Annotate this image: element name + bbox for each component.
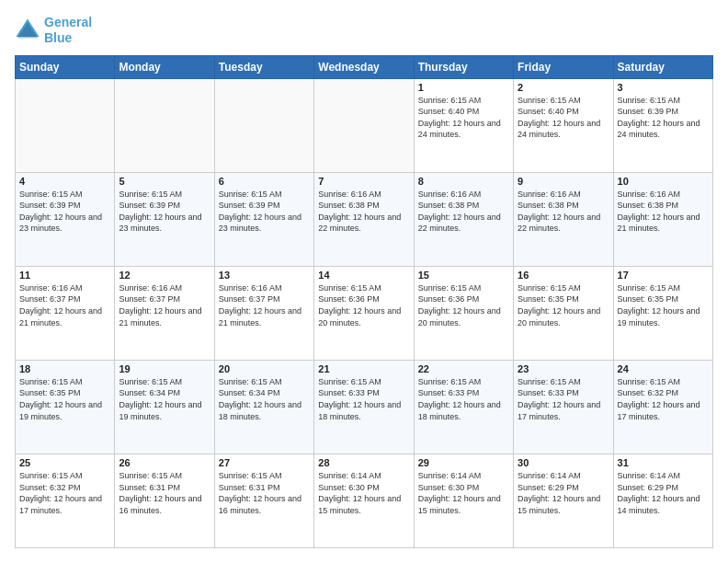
- day-number: 15: [418, 270, 509, 281]
- day-cell: [16, 78, 115, 172]
- calendar-table: SundayMondayTuesdayWednesdayThursdayFrid…: [15, 55, 713, 548]
- day-number: 10: [618, 176, 709, 187]
- day-cell: 21Sunrise: 6:15 AM Sunset: 6:33 PM Dayli…: [314, 360, 414, 454]
- day-info: Sunrise: 6:15 AM Sunset: 6:39 PM Dayligh…: [119, 189, 210, 235]
- day-number: 1: [418, 82, 509, 93]
- logo: General Blue: [15, 15, 92, 46]
- day-info: Sunrise: 6:15 AM Sunset: 6:31 PM Dayligh…: [219, 470, 310, 516]
- day-number: 9: [518, 176, 609, 187]
- weekday-monday: Monday: [115, 55, 214, 78]
- day-info: Sunrise: 6:15 AM Sunset: 6:39 PM Dayligh…: [219, 189, 310, 235]
- day-cell: 15Sunrise: 6:15 AM Sunset: 6:36 PM Dayli…: [414, 266, 513, 360]
- day-cell: 4Sunrise: 6:15 AM Sunset: 6:39 PM Daylig…: [16, 172, 115, 266]
- day-cell: 5Sunrise: 6:15 AM Sunset: 6:39 PM Daylig…: [115, 172, 214, 266]
- day-info: Sunrise: 6:16 AM Sunset: 6:38 PM Dayligh…: [318, 189, 409, 235]
- day-number: 3: [618, 82, 709, 93]
- day-cell: 8Sunrise: 6:16 AM Sunset: 6:38 PM Daylig…: [414, 172, 513, 266]
- day-cell: 11Sunrise: 6:16 AM Sunset: 6:37 PM Dayli…: [16, 266, 115, 360]
- day-cell: [214, 78, 313, 172]
- day-cell: 17Sunrise: 6:15 AM Sunset: 6:35 PM Dayli…: [613, 266, 712, 360]
- day-number: 5: [119, 176, 210, 187]
- logo-text: General Blue: [44, 15, 92, 46]
- day-info: Sunrise: 6:15 AM Sunset: 6:35 PM Dayligh…: [518, 282, 609, 328]
- day-info: Sunrise: 6:15 AM Sunset: 6:32 PM Dayligh…: [19, 470, 110, 516]
- day-cell: 30Sunrise: 6:14 AM Sunset: 6:29 PM Dayli…: [514, 454, 613, 547]
- week-row-5: 25Sunrise: 6:15 AM Sunset: 6:32 PM Dayli…: [16, 454, 713, 547]
- day-number: 6: [219, 176, 310, 187]
- weekday-sunday: Sunday: [16, 55, 115, 78]
- day-info: Sunrise: 6:16 AM Sunset: 6:38 PM Dayligh…: [418, 189, 509, 235]
- day-number: 23: [518, 363, 609, 374]
- day-number: 7: [318, 176, 409, 187]
- day-number: 8: [418, 176, 509, 187]
- day-number: 29: [418, 457, 509, 468]
- day-info: Sunrise: 6:16 AM Sunset: 6:37 PM Dayligh…: [119, 282, 210, 328]
- weekday-tuesday: Tuesday: [214, 55, 313, 78]
- day-cell: 20Sunrise: 6:15 AM Sunset: 6:34 PM Dayli…: [214, 360, 313, 454]
- day-info: Sunrise: 6:15 AM Sunset: 6:34 PM Dayligh…: [219, 376, 310, 422]
- logo-icon: [15, 17, 40, 43]
- page: General Blue SundayMondayTuesdayWednesda…: [0, 0, 728, 563]
- day-cell: 13Sunrise: 6:16 AM Sunset: 6:37 PM Dayli…: [214, 266, 313, 360]
- day-number: 31: [618, 457, 709, 468]
- day-number: 14: [318, 270, 409, 281]
- day-info: Sunrise: 6:14 AM Sunset: 6:30 PM Dayligh…: [418, 470, 509, 516]
- week-row-3: 11Sunrise: 6:16 AM Sunset: 6:37 PM Dayli…: [16, 266, 713, 360]
- day-info: Sunrise: 6:16 AM Sunset: 6:37 PM Dayligh…: [19, 282, 110, 328]
- day-info: Sunrise: 6:15 AM Sunset: 6:31 PM Dayligh…: [119, 470, 210, 516]
- day-number: 13: [219, 270, 310, 281]
- day-info: Sunrise: 6:16 AM Sunset: 6:38 PM Dayligh…: [618, 189, 709, 235]
- day-number: 18: [19, 363, 110, 374]
- day-number: 21: [318, 363, 409, 374]
- weekday-saturday: Saturday: [613, 55, 712, 78]
- day-number: 19: [119, 363, 210, 374]
- week-row-2: 4Sunrise: 6:15 AM Sunset: 6:39 PM Daylig…: [16, 172, 713, 266]
- day-info: Sunrise: 6:15 AM Sunset: 6:36 PM Dayligh…: [318, 282, 409, 328]
- weekday-thursday: Thursday: [414, 55, 513, 78]
- day-cell: 16Sunrise: 6:15 AM Sunset: 6:35 PM Dayli…: [514, 266, 613, 360]
- day-number: 2: [518, 82, 609, 93]
- day-cell: 3Sunrise: 6:15 AM Sunset: 6:39 PM Daylig…: [613, 78, 712, 172]
- day-cell: 9Sunrise: 6:16 AM Sunset: 6:38 PM Daylig…: [514, 172, 613, 266]
- day-info: Sunrise: 6:16 AM Sunset: 6:37 PM Dayligh…: [219, 282, 310, 328]
- weekday-friday: Friday: [514, 55, 613, 78]
- day-info: Sunrise: 6:15 AM Sunset: 6:33 PM Dayligh…: [318, 376, 409, 422]
- day-cell: 12Sunrise: 6:16 AM Sunset: 6:37 PM Dayli…: [115, 266, 214, 360]
- day-number: 12: [119, 270, 210, 281]
- day-info: Sunrise: 6:14 AM Sunset: 6:29 PM Dayligh…: [618, 470, 709, 516]
- day-info: Sunrise: 6:15 AM Sunset: 6:40 PM Dayligh…: [518, 95, 609, 141]
- day-number: 25: [19, 457, 110, 468]
- day-number: 20: [219, 363, 310, 374]
- day-info: Sunrise: 6:15 AM Sunset: 6:33 PM Dayligh…: [518, 376, 609, 422]
- day-number: 26: [119, 457, 210, 468]
- day-number: 27: [219, 457, 310, 468]
- day-cell: 1Sunrise: 6:15 AM Sunset: 6:40 PM Daylig…: [414, 78, 513, 172]
- day-cell: [115, 78, 214, 172]
- weekday-header-row: SundayMondayTuesdayWednesdayThursdayFrid…: [16, 55, 713, 78]
- day-cell: 14Sunrise: 6:15 AM Sunset: 6:36 PM Dayli…: [314, 266, 414, 360]
- day-info: Sunrise: 6:14 AM Sunset: 6:30 PM Dayligh…: [318, 470, 409, 516]
- day-number: 11: [19, 270, 110, 281]
- day-cell: 19Sunrise: 6:15 AM Sunset: 6:34 PM Dayli…: [115, 360, 214, 454]
- day-info: Sunrise: 6:15 AM Sunset: 6:39 PM Dayligh…: [19, 189, 110, 235]
- day-cell: 28Sunrise: 6:14 AM Sunset: 6:30 PM Dayli…: [314, 454, 414, 547]
- day-cell: 27Sunrise: 6:15 AM Sunset: 6:31 PM Dayli…: [214, 454, 313, 547]
- day-cell: 25Sunrise: 6:15 AM Sunset: 6:32 PM Dayli…: [16, 454, 115, 547]
- day-number: 4: [19, 176, 110, 187]
- day-cell: [314, 78, 414, 172]
- day-info: Sunrise: 6:15 AM Sunset: 6:35 PM Dayligh…: [19, 376, 110, 422]
- calendar-body: 1Sunrise: 6:15 AM Sunset: 6:40 PM Daylig…: [16, 78, 713, 547]
- day-cell: 23Sunrise: 6:15 AM Sunset: 6:33 PM Dayli…: [514, 360, 613, 454]
- day-cell: 2Sunrise: 6:15 AM Sunset: 6:40 PM Daylig…: [514, 78, 613, 172]
- week-row-1: 1Sunrise: 6:15 AM Sunset: 6:40 PM Daylig…: [16, 78, 713, 172]
- weekday-wednesday: Wednesday: [314, 55, 414, 78]
- day-cell: 18Sunrise: 6:15 AM Sunset: 6:35 PM Dayli…: [16, 360, 115, 454]
- day-cell: 29Sunrise: 6:14 AM Sunset: 6:30 PM Dayli…: [414, 454, 513, 547]
- day-info: Sunrise: 6:15 AM Sunset: 6:32 PM Dayligh…: [618, 376, 709, 422]
- day-number: 22: [418, 363, 509, 374]
- day-cell: 22Sunrise: 6:15 AM Sunset: 6:33 PM Dayli…: [414, 360, 513, 454]
- day-number: 16: [518, 270, 609, 281]
- day-info: Sunrise: 6:15 AM Sunset: 6:33 PM Dayligh…: [418, 376, 509, 422]
- day-info: Sunrise: 6:15 AM Sunset: 6:36 PM Dayligh…: [418, 282, 509, 328]
- day-info: Sunrise: 6:14 AM Sunset: 6:29 PM Dayligh…: [518, 470, 609, 516]
